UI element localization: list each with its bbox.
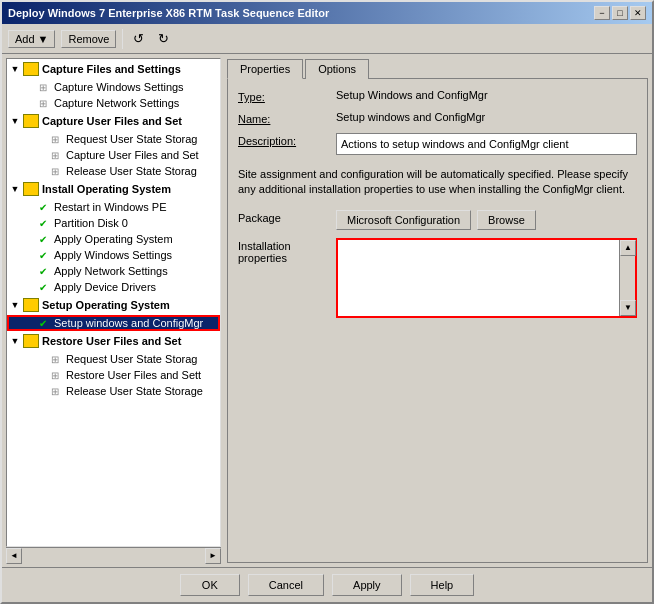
cancel-button[interactable]: Cancel xyxy=(248,574,324,596)
step-icon: ✔ xyxy=(35,200,51,214)
redo-icon: ↻ xyxy=(158,31,169,46)
package-controls: Microsoft Configuration Browse xyxy=(336,210,536,230)
help-button[interactable]: Help xyxy=(410,574,475,596)
group-restore-user[interactable]: ▼ Restore User Files and Set xyxy=(7,331,220,351)
step-icon: ⊞ xyxy=(47,368,63,382)
item-label: Apply Network Settings xyxy=(54,265,168,277)
group-install-os[interactable]: ▼ Install Operating System xyxy=(7,179,220,199)
tab-properties[interactable]: Properties xyxy=(227,59,303,79)
install-props-area[interactable]: ▲ ▼ xyxy=(336,238,637,318)
item-label: Apply Operating System xyxy=(54,233,173,245)
tree-item-partition-disk[interactable]: ✔ Partition Disk 0 xyxy=(7,215,220,231)
scroll-left-btn[interactable]: ◄ xyxy=(6,548,22,564)
expand-icon: ▼ xyxy=(7,297,23,313)
install-props-label: Installation properties xyxy=(238,238,328,264)
expand-icon: ▼ xyxy=(7,61,23,77)
description-box[interactable]: Actions to setup windows and ConfigMgr c… xyxy=(336,133,637,155)
type-label: Type: xyxy=(238,89,328,103)
step-icon: ✔ xyxy=(35,264,51,278)
tree-item-capture-user-files[interactable]: ⊞ Capture User Files and Set xyxy=(7,147,220,163)
item-label: Release User State Storage xyxy=(66,385,203,397)
scroll-up-btn[interactable]: ▲ xyxy=(620,240,636,256)
title-bar-buttons: − □ ✕ xyxy=(594,6,646,20)
step-icon: ✔ xyxy=(35,232,51,246)
toolbar-separator xyxy=(122,29,123,49)
undo-button[interactable]: ↺ xyxy=(129,28,148,49)
name-label: Name: xyxy=(238,111,328,125)
expand-icon: ▼ xyxy=(7,333,23,349)
item-label: Restart in Windows PE xyxy=(54,201,166,213)
folder-icon xyxy=(23,298,39,312)
bottom-bar: OK Cancel Apply Help xyxy=(2,567,652,602)
maximize-button[interactable]: □ xyxy=(612,6,628,20)
tree-item-apply-network[interactable]: ✔ Apply Network Settings xyxy=(7,263,220,279)
tree-item-setup-configmgr[interactable]: ✔ Setup windows and ConfigMgr xyxy=(7,315,220,331)
expand-icon: ▼ xyxy=(7,181,23,197)
tree-item-apply-os[interactable]: ✔ Apply Operating System xyxy=(7,231,220,247)
h-scrollbar: ◄ ► xyxy=(6,547,221,563)
tab-properties-label: Properties xyxy=(240,63,290,75)
tree-item-release-state-2[interactable]: ⊞ Release User State Storage xyxy=(7,383,220,399)
apply-label: Apply xyxy=(353,579,381,591)
left-panel-wrapper: ▼ Capture Files and Settings ⊞ Capture W… xyxy=(6,58,221,563)
package-button[interactable]: Microsoft Configuration xyxy=(336,210,471,230)
tree-item-capture-network[interactable]: ⊞ Capture Network Settings xyxy=(7,95,220,111)
name-row: Name: Setup windows and ConfigMgr xyxy=(238,111,637,125)
scroll-down-btn[interactable]: ▼ xyxy=(620,300,636,316)
close-button[interactable]: ✕ xyxy=(630,6,646,20)
info-text: Site assignment and configuration will b… xyxy=(238,163,637,202)
title-bar: Deploy Windows 7 Enterprise X86 RTM Task… xyxy=(2,2,652,24)
ok-button[interactable]: OK xyxy=(180,574,240,596)
tree-item-request-state-2[interactable]: ⊞ Request User State Storag xyxy=(7,351,220,367)
tab-content: Type: Setup Windows and ConfigMgr Name: … xyxy=(227,78,648,563)
tree-item-apply-windows[interactable]: ✔ Apply Windows Settings xyxy=(7,247,220,263)
window-title: Deploy Windows 7 Enterprise X86 RTM Task… xyxy=(8,7,329,19)
description-label: Description: xyxy=(238,133,328,147)
browse-btn-label: Browse xyxy=(488,214,525,226)
remove-button[interactable]: Remove xyxy=(61,30,116,48)
step-icon: ⊞ xyxy=(47,148,63,162)
scroll-right-btn[interactable]: ► xyxy=(205,548,221,564)
toolbar: Add ▼ Remove ↺ ↻ xyxy=(2,24,652,54)
step-icon: ⊞ xyxy=(47,132,63,146)
tab-options[interactable]: Options xyxy=(305,59,369,79)
item-label: Partition Disk 0 xyxy=(54,217,128,229)
item-label: Request User State Storag xyxy=(66,133,197,145)
tree-item-capture-windows[interactable]: ⊞ Capture Windows Settings xyxy=(7,79,220,95)
step-icon: ⊞ xyxy=(47,164,63,178)
group-capture-user[interactable]: ▼ Capture User Files and Set xyxy=(7,111,220,131)
group-capture-files[interactable]: ▼ Capture Files and Settings xyxy=(7,59,220,79)
minimize-button[interactable]: − xyxy=(594,6,610,20)
name-value: Setup windows and ConfigMgr xyxy=(336,111,637,123)
apply-button[interactable]: Apply xyxy=(332,574,402,596)
tree-item-apply-drivers[interactable]: ✔ Apply Device Drivers xyxy=(7,279,220,295)
main-window: Deploy Windows 7 Enterprise X86 RTM Task… xyxy=(0,0,654,604)
group-setup-os[interactable]: ▼ Setup Operating System xyxy=(7,295,220,315)
group-capture-label: Capture Files and Settings xyxy=(42,63,181,75)
redo-button[interactable]: ↻ xyxy=(154,28,173,49)
tabs: Properties Options xyxy=(227,58,648,78)
install-props-textarea[interactable] xyxy=(338,240,619,316)
description-row: Description: Actions to setup windows an… xyxy=(238,133,637,155)
main-content: ▼ Capture Files and Settings ⊞ Capture W… xyxy=(2,54,652,567)
tree-item-restart-pe[interactable]: ✔ Restart in Windows PE xyxy=(7,199,220,215)
type-value: Setup Windows and ConfigMgr xyxy=(336,89,637,101)
step-icon: ✔ xyxy=(35,216,51,230)
tree-item-restore-user-files[interactable]: ⊞ Restore User Files and Sett xyxy=(7,367,220,383)
step-icon: ⊞ xyxy=(47,384,63,398)
item-label: Apply Device Drivers xyxy=(54,281,156,293)
browse-button[interactable]: Browse xyxy=(477,210,536,230)
help-label: Help xyxy=(431,579,454,591)
expand-icon: ▼ xyxy=(7,113,23,129)
package-row: Package Microsoft Configuration Browse xyxy=(238,210,637,230)
step-icon: ✔ xyxy=(35,316,51,330)
add-button[interactable]: Add ▼ xyxy=(8,30,55,48)
item-label: Setup windows and ConfigMgr xyxy=(54,317,203,329)
folder-icon xyxy=(23,334,39,348)
tree-item-request-state[interactable]: ⊞ Request User State Storag xyxy=(7,131,220,147)
item-label: Capture User Files and Set xyxy=(66,149,199,161)
step-icon: ⊞ xyxy=(47,352,63,366)
tree-item-release-user-state[interactable]: ⊞ Release User State Storag xyxy=(7,163,220,179)
add-label: Add xyxy=(15,33,35,45)
dropdown-icon: ▼ xyxy=(38,33,49,45)
